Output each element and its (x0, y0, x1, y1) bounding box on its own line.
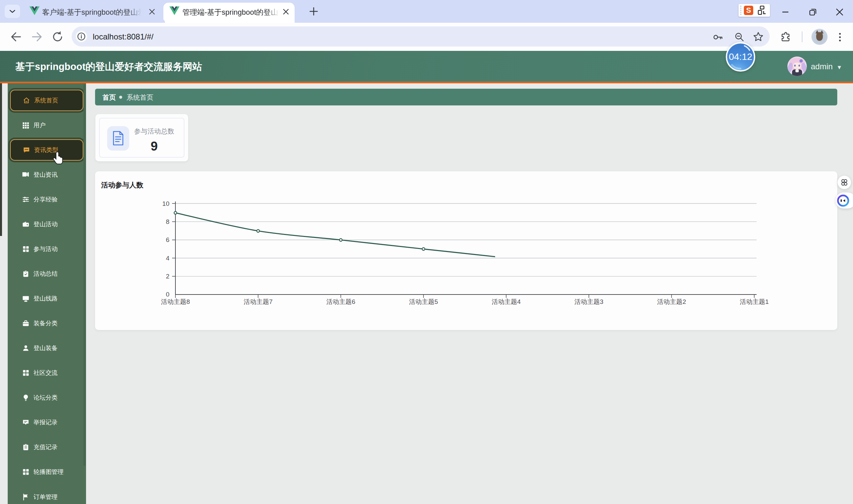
svg-text:2: 2 (166, 273, 170, 280)
svg-text:活动主题1: 活动主题1 (740, 298, 769, 305)
svg-text:10: 10 (162, 200, 170, 207)
svg-text:活动主题4: 活动主题4 (492, 298, 521, 305)
svg-text:活动主题8: 活动主题8 (161, 298, 190, 305)
svg-text:活动主题5: 活动主题5 (409, 298, 438, 305)
svg-text:0: 0 (166, 291, 170, 298)
svg-text:活动主题3: 活动主题3 (574, 298, 604, 305)
svg-text:活动主题6: 活动主题6 (326, 298, 356, 305)
svg-text:4: 4 (166, 255, 170, 262)
svg-text:8: 8 (166, 218, 170, 225)
svg-text:活动主题2: 活动主题2 (657, 298, 686, 305)
svg-text:6: 6 (166, 236, 170, 243)
svg-text:活动主题7: 活动主题7 (244, 298, 273, 305)
